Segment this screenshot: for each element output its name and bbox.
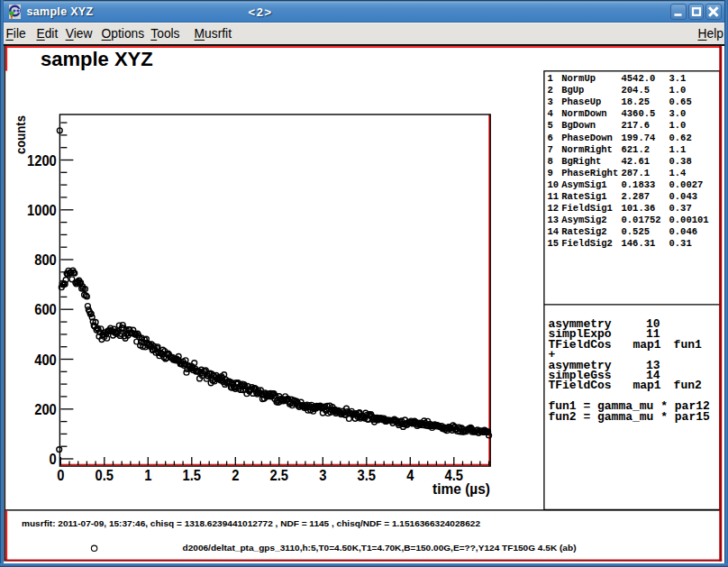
svg-text:1200: 1200 bbox=[27, 152, 57, 169]
svg-text:sample XYZ: sample XYZ bbox=[41, 48, 153, 70]
svg-text:2: 2 bbox=[232, 467, 239, 484]
svg-text:1: 1 bbox=[144, 467, 151, 484]
svg-text:4360.5: 4360.5 bbox=[622, 108, 656, 119]
svg-text:PhaseRight: PhaseRight bbox=[561, 168, 618, 178]
svg-text:5: 5 bbox=[548, 120, 553, 131]
svg-text:621.2: 621.2 bbox=[622, 144, 651, 155]
svg-text:fun1: fun1 bbox=[674, 338, 702, 352]
svg-text:RateSig2: RateSig2 bbox=[561, 226, 606, 237]
svg-text:d2006/deltat_pta_gps_3110,h:5,: d2006/deltat_pta_gps_3110,h:5,T0=4.50K,T… bbox=[183, 543, 577, 553]
svg-text:1000: 1000 bbox=[27, 202, 57, 219]
svg-text:0.0027: 0.0027 bbox=[669, 179, 704, 190]
svg-text:0.525: 0.525 bbox=[622, 226, 651, 237]
svg-text:4542.0: 4542.0 bbox=[622, 73, 656, 84]
svg-text:NormUp: NormUp bbox=[561, 73, 596, 84]
svg-text:0.01752: 0.01752 bbox=[622, 215, 661, 225]
svg-text:map1: map1 bbox=[632, 338, 660, 352]
svg-text:TFieldCos: TFieldCos bbox=[548, 338, 611, 352]
svg-text:9: 9 bbox=[548, 168, 553, 178]
svg-text:1.1: 1.1 bbox=[669, 144, 687, 155]
svg-text:10: 10 bbox=[548, 179, 560, 190]
svg-text:time (µs): time (µs) bbox=[432, 480, 490, 498]
svg-text:3.1: 3.1 bbox=[669, 73, 687, 84]
svg-text:2.5: 2.5 bbox=[270, 467, 289, 484]
svg-text:14: 14 bbox=[548, 226, 560, 237]
svg-text:PhaseDown: PhaseDown bbox=[561, 133, 613, 143]
svg-text:0.1833: 0.1833 bbox=[622, 179, 656, 190]
svg-text:fun2: fun2 bbox=[674, 379, 702, 392]
svg-text:0.65: 0.65 bbox=[669, 96, 692, 107]
svg-text:400: 400 bbox=[34, 352, 57, 369]
svg-text:8: 8 bbox=[548, 156, 553, 167]
svg-text:4: 4 bbox=[406, 467, 414, 484]
svg-text:PhaseUp: PhaseUp bbox=[561, 96, 601, 107]
svg-text:RateSig1: RateSig1 bbox=[561, 191, 606, 202]
svg-text:42.61: 42.61 bbox=[622, 156, 651, 167]
svg-text:600: 600 bbox=[34, 301, 57, 318]
svg-text:0.62: 0.62 bbox=[669, 133, 692, 143]
svg-text:1.4: 1.4 bbox=[669, 168, 687, 178]
svg-text:0.31: 0.31 bbox=[669, 238, 692, 249]
svg-text:7: 7 bbox=[548, 144, 553, 155]
svg-text:0.38: 0.38 bbox=[669, 156, 692, 167]
svg-text:map1: map1 bbox=[632, 379, 660, 392]
svg-text:800: 800 bbox=[34, 251, 57, 269]
svg-text:3.5: 3.5 bbox=[358, 467, 377, 484]
svg-text:musrfit: 2011-07-09, 15:37:46,: musrfit: 2011-07-09, 15:37:46, chisq = 1… bbox=[22, 518, 481, 528]
svg-text:0: 0 bbox=[50, 451, 57, 468]
svg-text:12: 12 bbox=[548, 203, 560, 214]
svg-text:FieldSig1: FieldSig1 bbox=[561, 203, 613, 214]
svg-text:1.0: 1.0 bbox=[669, 85, 687, 96]
svg-text:1.5: 1.5 bbox=[183, 467, 202, 484]
svg-text:0: 0 bbox=[57, 467, 64, 484]
svg-text:4: 4 bbox=[548, 108, 553, 119]
svg-text:3.0: 3.0 bbox=[669, 108, 687, 119]
svg-text:NormDown: NormDown bbox=[561, 108, 606, 119]
svg-text:15: 15 bbox=[548, 238, 560, 249]
svg-text:11: 11 bbox=[548, 191, 560, 202]
svg-text:199.74: 199.74 bbox=[622, 133, 656, 143]
svg-text:AsymSig2: AsymSig2 bbox=[561, 215, 606, 225]
svg-text:BgUp: BgUp bbox=[561, 85, 584, 96]
svg-text:204.5: 204.5 bbox=[622, 85, 651, 96]
svg-text:0.00101: 0.00101 bbox=[669, 215, 709, 225]
svg-text:TFieldCos: TFieldCos bbox=[548, 379, 611, 392]
svg-text:3: 3 bbox=[548, 96, 553, 107]
svg-text:101.36: 101.36 bbox=[622, 203, 656, 214]
svg-text:217.6: 217.6 bbox=[622, 120, 651, 131]
svg-text:BgRight: BgRight bbox=[561, 156, 601, 167]
svg-text:18.25: 18.25 bbox=[622, 96, 651, 107]
svg-text:6: 6 bbox=[548, 133, 553, 143]
svg-text:0.046: 0.046 bbox=[669, 226, 698, 237]
svg-text:146.31: 146.31 bbox=[622, 238, 656, 249]
svg-text:NormRight: NormRight bbox=[561, 144, 613, 155]
svg-text:0.043: 0.043 bbox=[669, 191, 698, 202]
svg-text:1: 1 bbox=[548, 73, 553, 84]
svg-text:1.0: 1.0 bbox=[669, 120, 687, 131]
svg-text:AsymSig1: AsymSig1 bbox=[561, 179, 606, 190]
svg-text:0.37: 0.37 bbox=[669, 203, 692, 214]
svg-text:13: 13 bbox=[548, 215, 560, 225]
svg-text:2.287: 2.287 bbox=[622, 191, 651, 202]
svg-text:2: 2 bbox=[548, 85, 553, 96]
svg-text:fun2 = gamma_mu * par15: fun2 = gamma_mu * par15 bbox=[548, 410, 710, 424]
svg-text:BgDown: BgDown bbox=[561, 120, 596, 131]
svg-text:0.5: 0.5 bbox=[96, 467, 114, 484]
svg-text:3: 3 bbox=[319, 467, 326, 484]
svg-text:counts: counts bbox=[13, 115, 28, 154]
svg-text:200: 200 bbox=[34, 401, 57, 418]
svg-text:287.1: 287.1 bbox=[622, 168, 651, 178]
svg-text:FieldSig2: FieldSig2 bbox=[561, 238, 613, 249]
